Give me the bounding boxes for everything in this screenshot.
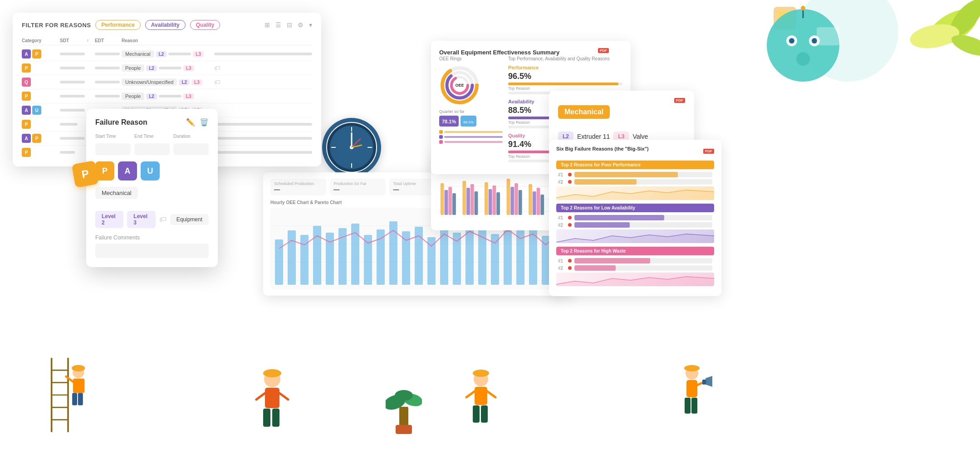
section-perf-header: Top 2 Reasons for Poor Performance [556, 161, 714, 169]
bss-bar-fill [574, 265, 616, 271]
oee-performance-metric: Performance 96.5% Top Reason [508, 65, 622, 94]
reason-chip: People [122, 93, 144, 100]
svg-rect-92 [533, 191, 536, 215]
svg-rect-61 [691, 398, 697, 414]
category-badges: Q [22, 78, 58, 87]
svg-point-48 [263, 369, 281, 377]
section-quality: Top 2 Reasons for High Waste #1 #2 [556, 247, 714, 286]
sdt-bar [60, 53, 85, 55]
performance-value: 96.5% [508, 72, 531, 81]
bss-bar-bg [574, 179, 712, 185]
level-l2: L2 [156, 51, 167, 57]
svg-rect-80 [466, 188, 470, 215]
quarter-val1: 78.1% [439, 116, 459, 127]
delete-icon[interactable]: 🗑️ [200, 118, 209, 127]
performance-bar-bg [508, 83, 622, 85]
edit-icon[interactable]: ✏️ [186, 118, 195, 127]
bss-dot [568, 266, 572, 270]
tag-icon: 🏷 [214, 78, 312, 86]
area-chart-avail [556, 229, 714, 243]
bss-bar-fill [574, 258, 650, 263]
svg-line-50 [279, 393, 288, 400]
filter-icons: ⊞ ☰ ⊟ ⚙ ▾ [265, 21, 312, 29]
mechanical-chip-container: Mechanical [95, 187, 209, 205]
sdt-bar [60, 137, 85, 140]
svg-point-14 [801, 6, 805, 10]
oee-card-inner: Overall Equipment Effectiveness Summary … [439, 48, 622, 56]
badge-p: P [22, 63, 31, 73]
view-icon-table[interactable]: ⊟ [287, 21, 292, 29]
stat-val-2: — [333, 186, 382, 193]
start-time-input[interactable] [95, 143, 131, 155]
big-six-title: Six Big Failure Reasons (the "Big-Six") [556, 146, 649, 151]
dialog-action-icons: ✏️ 🗑️ [186, 118, 209, 127]
svg-point-10 [789, 38, 794, 44]
duration-input[interactable] [173, 143, 209, 155]
tag-icon: 🏷 [214, 64, 312, 72]
stat-box-1: Scheduled Production — [270, 179, 326, 195]
edt-bar [95, 53, 120, 55]
svg-rect-45 [265, 388, 279, 408]
svg-point-2 [944, 0, 980, 42]
svg-rect-42 [74, 367, 83, 369]
bss-num: #1 [558, 258, 565, 263]
equipment-chip[interactable]: Equipment [170, 214, 209, 225]
bss-num: #1 [558, 215, 565, 220]
end-time-input[interactable] [134, 143, 170, 155]
settings-icon[interactable]: ⚙ [298, 21, 304, 29]
svg-rect-47 [272, 409, 279, 427]
donut-chart: OEE [439, 65, 480, 106]
edt-bar [95, 67, 120, 69]
metric-val-row: 96.5% [508, 72, 622, 81]
level2-chip[interactable]: Level 2 [95, 211, 123, 228]
tag-quality[interactable]: Quality [190, 20, 220, 30]
section-qual-header: Top 2 Reasons for High Waste [556, 247, 714, 255]
svg-rect-89 [514, 183, 518, 215]
col-edt: EDT [95, 38, 120, 43]
availability-value: 88.5% [508, 106, 531, 115]
mech-valve-text: Valve [632, 133, 648, 140]
tag-availability[interactable]: Availability [145, 20, 186, 30]
svg-rect-88 [510, 187, 514, 215]
mech-title-container: Mechanical [558, 105, 685, 125]
svg-point-4 [949, 31, 980, 60]
tag-performance[interactable]: Performance [95, 20, 140, 30]
badge-p: P [22, 120, 31, 129]
duration-label: Duration [173, 134, 209, 139]
svg-rect-60 [685, 398, 691, 414]
comments-input[interactable] [95, 244, 209, 258]
svg-rect-38 [73, 379, 84, 393]
table-header-row: Category SDT ↑ EDT Reason [22, 36, 312, 45]
bss-bar-fill [574, 172, 678, 177]
svg-rect-86 [496, 192, 500, 215]
area-chart-qual [556, 273, 714, 286]
sdt-bar [60, 95, 85, 97]
svg-rect-93 [537, 188, 540, 215]
badge-p: P [32, 134, 41, 143]
svg-rect-79 [462, 181, 466, 215]
reason-tags: People L2 L3 [122, 64, 212, 72]
view-icon-list[interactable]: ☰ [275, 21, 281, 29]
table-row: P People L2 L3 🏷 [22, 61, 312, 75]
edt-bar [95, 81, 120, 83]
bss-num: #1 [558, 172, 565, 177]
badge-a: A [22, 49, 31, 58]
svg-rect-87 [507, 179, 510, 215]
reason-chip: Unknown/Unspecified [122, 78, 177, 86]
level3-chip[interactable]: Level 3 [127, 211, 155, 228]
section-availability: Top 2 Reasons for Low Availability #1 #2 [556, 204, 714, 243]
svg-rect-130 [478, 228, 486, 285]
stat-val-1: — [274, 186, 323, 193]
quality-value: 91.4% [508, 140, 531, 149]
svg-rect-117 [313, 226, 321, 285]
l2-bar [159, 67, 181, 69]
chevron-down-icon[interactable]: ▾ [309, 21, 312, 29]
svg-point-1 [922, 2, 980, 53]
view-icon-grid[interactable]: ⊞ [265, 21, 270, 29]
top-reason-label-perf: Top Reason [508, 86, 622, 91]
bss-row-qual2: #2 [556, 265, 714, 271]
edt-bar [95, 95, 120, 97]
floating-p-badge: P [72, 161, 99, 188]
bss-row-avail1: #1 [556, 215, 714, 220]
level-l3: L3 [183, 65, 194, 71]
